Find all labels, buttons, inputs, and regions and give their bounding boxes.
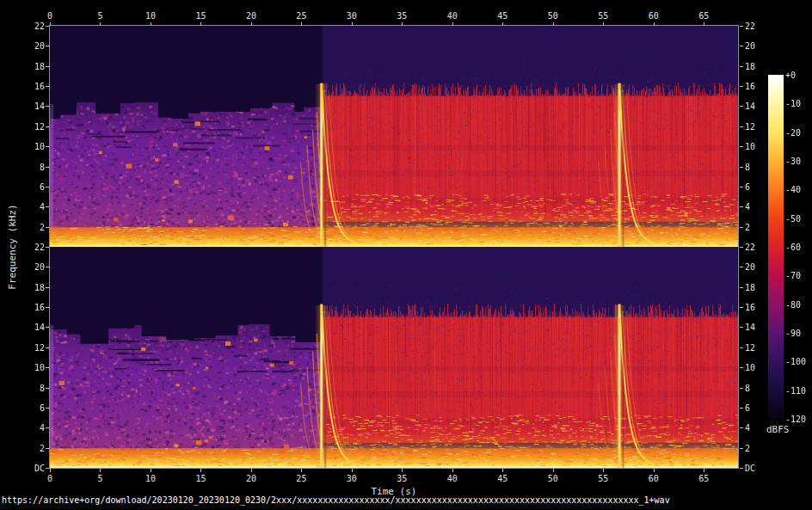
freq-tick-left [46, 126, 49, 127]
freq-tick-label-right: 8 [745, 163, 771, 172]
freq-tick-left [46, 267, 49, 267]
freq-tick-left [46, 167, 49, 168]
freq-tick-label-right: 10 [745, 142, 771, 151]
x-tick-label-bottom: 40 [440, 474, 465, 483]
freq-tick-right [740, 287, 743, 288]
x-tick-top [301, 22, 302, 26]
freq-tick-label-left: 14 [21, 323, 45, 332]
freq-tick-label-left: 10 [21, 142, 45, 151]
y-axis-title: Frequency (kHz) [7, 204, 18, 289]
freq-tick-label-left: 10 [21, 363, 45, 372]
colorbar-tick-label: -120 [785, 415, 812, 424]
freq-tick-left [46, 307, 49, 308]
freq-tick-left [46, 46, 49, 46]
colorbar-tick-label: -80 [785, 300, 812, 310]
x-tick-label-top: 65 [691, 11, 717, 21]
x-tick-label-bottom: 60 [641, 474, 667, 483]
freq-tick-left [46, 347, 49, 348]
freq-tick-label-right: 2 [745, 223, 771, 232]
x-tick-label-top: 30 [339, 11, 365, 21]
colorbar-tick-label: -30 [785, 157, 812, 166]
x-tick-label-top: 55 [590, 11, 616, 21]
freq-tick-label-left: 22 [21, 243, 45, 252]
x-tick-label-bottom: 20 [238, 474, 264, 483]
freq-tick-right [740, 347, 743, 348]
freq-tick-label-left: 12 [21, 343, 45, 353]
freq-tick-label-right: 6 [745, 182, 771, 192]
x-tick-label-bottom: 0 [37, 474, 63, 483]
x-tick-label-top: 5 [87, 11, 113, 21]
freq-tick-left [46, 206, 49, 207]
freq-tick-label-left: 20 [21, 262, 45, 272]
x-tick-label-top: 0 [37, 11, 63, 21]
freq-tick-left [46, 247, 49, 248]
x-tick-bottom [654, 469, 655, 472]
freq-tick-label-left: 18 [21, 283, 45, 292]
freq-tick-right [740, 187, 743, 187]
colorbar-tick-label: -10 [785, 99, 812, 108]
freq-tick-right [740, 408, 743, 409]
freq-tick-label-left: 22 [21, 22, 45, 31]
x-tick-label-bottom: 10 [138, 474, 163, 483]
freq-tick-label-left: 2 [21, 444, 45, 453]
spectrogram-figure: Frequency (kHz) 005510101515202025253030… [0, 0, 812, 510]
x-tick-label-top: 20 [238, 11, 264, 21]
freq-tick-label-left: 12 [21, 122, 45, 132]
x-tick-bottom [352, 469, 353, 472]
freq-tick-right [740, 206, 743, 207]
x-tick-label-top: 45 [489, 11, 515, 21]
freq-tick-label-right: 16 [745, 82, 771, 91]
x-tick-top [553, 22, 554, 26]
freq-tick-left [46, 388, 49, 389]
freq-tick-right [740, 227, 743, 228]
x-tick-label-top: 25 [288, 11, 314, 21]
freq-tick-right [740, 367, 743, 368]
colorbar-tick-label: +0 [785, 71, 812, 80]
x-tick-label-bottom: 50 [540, 474, 566, 483]
x-tick-label-top: 10 [138, 11, 163, 21]
x-tick-label-bottom: 15 [188, 474, 213, 483]
x-tick-bottom [200, 469, 201, 472]
freq-tick-left [46, 468, 49, 469]
x-tick-top [352, 22, 353, 26]
x-tick-bottom [603, 469, 604, 472]
freq-tick-label-left: 14 [21, 101, 45, 111]
freq-tick-label-left: 6 [21, 182, 45, 192]
freq-tick-label-right: 4 [745, 202, 771, 212]
freq-tick-label-right: 16 [745, 303, 771, 312]
x-tick-top [402, 22, 403, 26]
freq-tick-left [46, 427, 49, 428]
freq-tick-left [46, 146, 49, 147]
freq-tick-label-right: 20 [745, 41, 771, 51]
colorbar-tick-label: -20 [785, 128, 812, 138]
x-tick-top [251, 22, 252, 26]
freq-tick-right [740, 167, 743, 168]
colorbar-title: dBFS [766, 424, 801, 435]
freq-tick-label-left: 4 [21, 423, 45, 433]
x-tick-label-bottom: 5 [87, 474, 113, 483]
freq-tick-label-right: DC [745, 464, 771, 473]
colorbar-tick-label: -110 [785, 386, 812, 396]
freq-tick-label-right: 8 [745, 384, 771, 393]
x-tick-bottom [704, 469, 704, 472]
freq-tick-right [740, 106, 743, 107]
colorbar-tick-label: -50 [785, 214, 812, 224]
freq-tick-label-left: 6 [21, 403, 45, 413]
freq-tick-left [46, 448, 49, 449]
freq-tick-label-left: 8 [21, 384, 45, 393]
x-tick-bottom [151, 469, 151, 472]
freq-tick-left [46, 227, 49, 228]
x-tick-label-top: 15 [188, 11, 213, 21]
freq-tick-left [46, 367, 49, 368]
freq-tick-right [740, 46, 743, 46]
colorbar [768, 75, 784, 419]
x-tick-label-bottom: 30 [339, 474, 365, 483]
freq-tick-label-right: 12 [745, 343, 771, 353]
freq-tick-label-left: DC [21, 464, 45, 473]
colorbar-tick-label: -100 [785, 357, 812, 366]
x-tick-top [100, 22, 101, 26]
freq-tick-right [740, 448, 743, 449]
freq-tick-right [740, 126, 743, 127]
colorbar-tick-label: -60 [785, 243, 812, 252]
freq-tick-label-right: 22 [745, 243, 771, 252]
